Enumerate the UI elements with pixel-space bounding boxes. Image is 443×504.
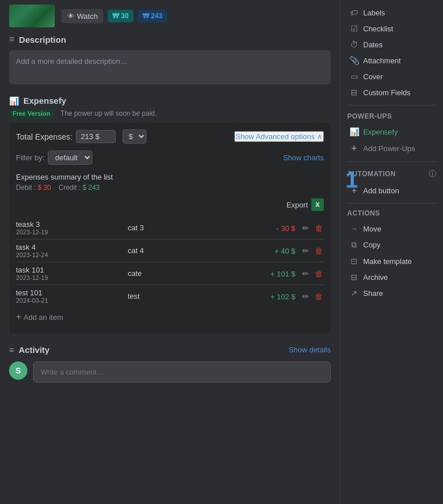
blue-icon: ₩ bbox=[143, 12, 149, 20]
sidebar-item-cover[interactable]: ▭ Cover bbox=[347, 68, 436, 84]
move-icon: → bbox=[349, 224, 359, 233]
sidebar-label-dates: Dates bbox=[363, 40, 383, 49]
badge-30: ₩ 30 bbox=[108, 10, 133, 22]
sidebar-label-attachment: Attachment bbox=[363, 56, 401, 65]
sidebar-item-add-power-ups[interactable]: + Add Power-Ups bbox=[347, 140, 436, 157]
sidebar-item-attachment[interactable]: 📎 Attachment bbox=[347, 52, 436, 68]
show-charts-label: Show charts bbox=[283, 153, 324, 162]
total-expenses-label: Total Expenses: bbox=[16, 132, 72, 141]
expensefy-power-up-icon: 📊 bbox=[9, 96, 19, 105]
separator-2 bbox=[347, 161, 436, 162]
sidebar-item-checklist[interactable]: ☑ Checklist bbox=[347, 21, 436, 36]
delete-expense-button[interactable]: 🗑 bbox=[314, 245, 324, 257]
edit-expense-button[interactable]: ✏ bbox=[301, 222, 310, 234]
export-row: Export X bbox=[16, 198, 324, 211]
export-button[interactable]: Export X bbox=[286, 198, 324, 211]
sidebar-label-make-template: Make template bbox=[363, 257, 412, 266]
show-details-button[interactable]: Show details bbox=[288, 346, 331, 354]
activity-icon: ≡ bbox=[9, 345, 14, 355]
sidebar-item-labels[interactable]: 🏷 Labels bbox=[347, 5, 436, 21]
credit-label: Credit : bbox=[59, 184, 81, 192]
sidebar-label-add-power-ups: Add Power-Ups bbox=[363, 144, 415, 153]
expensefy-section: 📊 Expensefy Free Version The power up wi… bbox=[9, 96, 331, 334]
total-expenses-row: Total Expenses: $ € £ Show Advanced opti… bbox=[16, 129, 324, 144]
sidebar-item-archive[interactable]: ⊟ Archive bbox=[347, 269, 436, 285]
separator-1 bbox=[347, 105, 436, 105]
archive-icon: ⊟ bbox=[349, 273, 359, 282]
sidebar-item-copy[interactable]: ⧉ Copy bbox=[347, 237, 436, 253]
badge-243: ₩ 243 bbox=[138, 10, 167, 22]
description-input[interactable]: Add a more detailed description… bbox=[9, 50, 331, 84]
sidebar-label-archive: Archive bbox=[363, 273, 388, 282]
comment-row: S bbox=[9, 361, 331, 383]
sidebar-item-expensefy[interactable]: 📊 Expensefy bbox=[347, 124, 436, 140]
free-version-badge: Free Version bbox=[9, 109, 54, 118]
sidebar-label-move: Move bbox=[363, 225, 381, 233]
copy-icon: ⧉ bbox=[349, 240, 359, 250]
info-icon[interactable]: ⓘ bbox=[429, 169, 436, 179]
delete-expense-button[interactable]: 🗑 bbox=[314, 268, 324, 279]
add-item-label: Add an item bbox=[23, 313, 63, 322]
sidebar-label-labels: Labels bbox=[363, 9, 385, 17]
credit-amount: $ 243 bbox=[83, 184, 100, 192]
plus-icon: + bbox=[16, 312, 21, 322]
sidebar-item-move[interactable]: → Move bbox=[347, 221, 436, 237]
table-row: test 101 2024-03-21 test + 102 $ ✏ 🗑 bbox=[16, 285, 324, 307]
filter-row: Filter by: default Show charts bbox=[16, 151, 324, 165]
show-charts-button[interactable]: Show charts bbox=[283, 153, 324, 162]
sidebar-item-make-template[interactable]: ⊡ Make template bbox=[347, 253, 436, 269]
header-row: 👁 Watch ₩ 30 ₩ 243 bbox=[9, 0, 331, 34]
card-thumbnail bbox=[9, 5, 55, 27]
description-section: ≡ Description Add a more detailed descri… bbox=[9, 34, 331, 84]
actions-title: Actions bbox=[347, 209, 436, 217]
expensefy-body: Total Expenses: $ € £ Show Advanced opti… bbox=[9, 123, 331, 334]
debit-label: Debit : bbox=[16, 184, 36, 192]
sidebar-label-expensefy: Expensefy bbox=[363, 128, 398, 136]
filter-select[interactable]: default bbox=[48, 151, 92, 165]
separator-3 bbox=[347, 203, 436, 204]
summary-header: Expenses summary of the list bbox=[16, 173, 324, 181]
filter-label: Filter by: bbox=[16, 153, 44, 162]
share-icon: ↗ bbox=[349, 288, 359, 298]
amount-input[interactable] bbox=[76, 130, 116, 143]
comment-input[interactable] bbox=[33, 361, 331, 383]
sidebar-item-dates[interactable]: ⏱ Dates bbox=[347, 36, 436, 52]
delete-expense-button[interactable]: 🗑 bbox=[314, 222, 324, 234]
add-power-ups-icon: + bbox=[349, 143, 359, 153]
attachment-icon: 📎 bbox=[349, 56, 359, 65]
sidebar-item-add-button[interactable]: + Add button bbox=[347, 182, 436, 198]
page-number: 1 bbox=[346, 167, 358, 193]
delete-expense-button[interactable]: 🗑 bbox=[314, 291, 324, 302]
show-advanced-button[interactable]: Show Advanced options ∧ bbox=[234, 131, 324, 142]
edit-expense-button[interactable]: ✏ bbox=[301, 268, 310, 279]
edit-expense-button[interactable]: ✏ bbox=[301, 291, 310, 302]
table-row: task 4 2023-12-24 cat 4 + 40 $ ✏ 🗑 bbox=[16, 239, 324, 262]
chevron-up-icon: ∧ bbox=[317, 132, 323, 141]
debit-amount: $ 30 bbox=[38, 184, 51, 192]
power-ups-title: Power-Ups bbox=[347, 112, 436, 120]
currency-select[interactable]: $ € £ bbox=[123, 129, 147, 144]
sidebar-label-cover: Cover bbox=[363, 72, 383, 81]
edit-expense-button[interactable]: ✏ bbox=[301, 245, 310, 257]
sidebar-item-custom-fields[interactable]: ⊟ Custom Fields bbox=[347, 84, 436, 100]
activity-title-group: ≡ Activity bbox=[9, 345, 50, 355]
teal-icon: ₩ bbox=[112, 12, 119, 20]
summary-amounts: Debit : $ 30 Credit : $ 243 bbox=[16, 184, 324, 192]
expensefy-header: 📊 Expensefy bbox=[9, 96, 331, 105]
description-placeholder: Add a more detailed description… bbox=[16, 57, 128, 66]
add-item-button[interactable]: + Add an item bbox=[16, 307, 63, 327]
sidebar-item-share[interactable]: ↗ Share bbox=[347, 285, 436, 301]
table-row: teask 3 2023-12-19 cat 3 - 30 $ ✏ 🗑 bbox=[16, 217, 324, 239]
activity-section: ≡ Activity Show details S bbox=[9, 345, 331, 383]
watch-button[interactable]: 👁 Watch bbox=[62, 9, 103, 23]
description-title: Description bbox=[19, 35, 66, 44]
activity-header: ≡ Activity Show details bbox=[9, 345, 331, 355]
expensefy-title: Expensefy bbox=[23, 96, 66, 105]
power-up-note: The power up will soon be paid. bbox=[60, 109, 157, 117]
watch-label: Watch bbox=[77, 12, 97, 21]
right-panel: 🏷 Labels ☑ Checklist ⏱ Dates 📎 Attachmen… bbox=[340, 0, 443, 504]
sidebar-label-add-button: Add button bbox=[363, 186, 399, 195]
sidebar-label-checklist: Checklist bbox=[363, 25, 393, 33]
activity-title: Activity bbox=[19, 345, 50, 355]
expense-table: teask 3 2023-12-19 cat 3 - 30 $ ✏ 🗑 bbox=[16, 217, 324, 307]
